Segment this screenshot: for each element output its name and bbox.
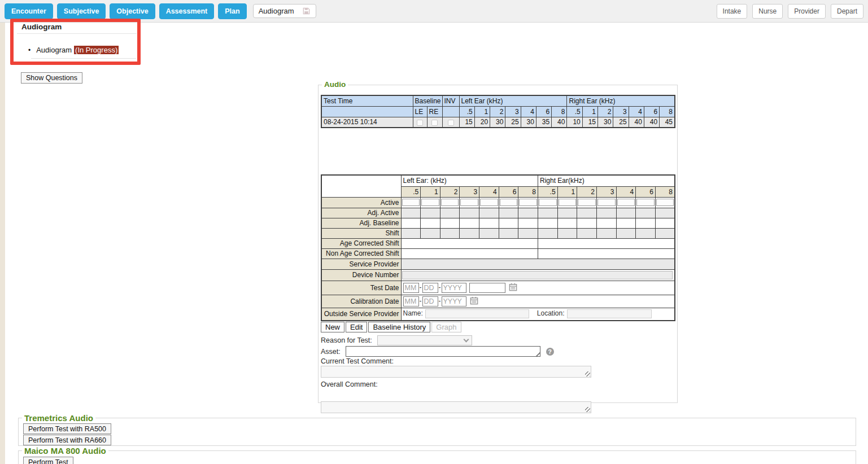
value-cell [616, 228, 636, 238]
value-cell [421, 208, 440, 218]
row-label: Test Date [321, 281, 401, 295]
active-cell [401, 197, 421, 208]
value-cell [499, 228, 518, 238]
new-button[interactable]: New [321, 322, 344, 332]
col-empty [321, 106, 413, 117]
show-questions-button[interactable]: Show Questions [21, 72, 82, 84]
test-date-mm-input[interactable] [403, 283, 419, 293]
calendar-icon[interactable] [509, 283, 517, 293]
nav-button-encounter[interactable]: Encounter [5, 3, 53, 19]
threshold-cell: 20 [474, 117, 490, 128]
value-cell [577, 208, 597, 218]
threshold-cell: 30 [521, 117, 536, 128]
role-button-intake[interactable]: Intake [717, 4, 748, 19]
role-button-provider[interactable]: Provider [788, 4, 826, 19]
active-threshold-input[interactable] [441, 199, 459, 206]
detail-row-adj-baseline: Adj. Baseline [321, 218, 675, 228]
perform-test-button[interactable]: Perform Test [23, 457, 73, 464]
role-button-nurse[interactable]: Nurse [752, 4, 783, 19]
date-separator: - [420, 297, 422, 305]
col-left-ear: Left Ear (kHz) [459, 95, 567, 106]
test-date-yyyy-input[interactable] [442, 283, 466, 293]
active-threshold-input[interactable] [539, 199, 557, 206]
active-threshold-input[interactable] [460, 199, 478, 206]
active-threshold-input[interactable] [578, 199, 596, 206]
value-cell [479, 208, 499, 218]
reason-for-test-select[interactable] [377, 335, 472, 345]
save-icon[interactable] [302, 7, 311, 15]
value-cell [518, 228, 538, 238]
active-threshold-input[interactable] [519, 199, 537, 206]
freq-header: 6 [644, 106, 659, 117]
active-threshold-input[interactable] [636, 199, 655, 206]
current-comment-textarea[interactable] [321, 366, 591, 378]
audio-results-table: Test TimeBaselineINVLeft Ear (kHz)Right … [321, 95, 675, 128]
asset-label: Asset: [321, 348, 341, 356]
value-cell [636, 228, 656, 238]
baseline-history-button[interactable]: Baseline History [368, 322, 430, 332]
full-value-cell [401, 259, 675, 269]
calibration-date-mm-input[interactable] [403, 296, 419, 307]
value-cell [518, 208, 538, 218]
tab-audiogram[interactable]: Audiogram [253, 4, 316, 18]
value-cell [557, 218, 577, 228]
value-cell [636, 208, 656, 218]
test-date-dd-input[interactable] [422, 283, 438, 293]
nav-button-plan[interactable]: Plan [218, 3, 246, 19]
outside-name-input[interactable] [425, 309, 529, 318]
baseline-re-checkbox[interactable] [431, 120, 438, 126]
role-button-depart[interactable]: Depart [831, 4, 863, 19]
active-threshold-input[interactable] [656, 199, 674, 206]
left-ear-value-cell [401, 238, 538, 248]
freq-header: 2 [440, 186, 460, 197]
edit-button[interactable]: Edit [346, 322, 367, 332]
nav-button-assessment[interactable]: Assessment [159, 3, 215, 19]
active-threshold-input[interactable] [402, 199, 420, 206]
right-ear-value-cell [538, 248, 675, 259]
active-threshold-input[interactable] [559, 199, 577, 206]
overall-comment-textarea[interactable] [321, 401, 591, 413]
active-cell [577, 197, 597, 208]
inv-checkbox[interactable] [448, 120, 454, 126]
value-cell [557, 208, 577, 218]
value-cell [577, 218, 597, 228]
active-cell [421, 197, 440, 208]
resize-handle-icon[interactable] [585, 407, 590, 412]
inv-cell [442, 117, 459, 128]
active-threshold-input[interactable] [421, 199, 439, 206]
freq-header: 8 [518, 186, 538, 197]
nav-button-subjective[interactable]: Subjective [57, 3, 106, 19]
status-badge: (In Progress) [74, 46, 119, 54]
audiogram-item-label[interactable]: Audiogram [36, 46, 72, 54]
overall-comment-label: Overall Comment: [321, 380, 378, 388]
outside-location-input[interactable] [567, 309, 652, 318]
perform-test-with-ra500-button[interactable]: Perform Test with RA500 [23, 423, 111, 434]
page-left-strip [0, 23, 5, 464]
asset-input[interactable] [346, 346, 540, 357]
test-date-time-input[interactable] [469, 283, 505, 293]
resize-handle-icon[interactable] [585, 371, 590, 377]
outside-name-label: Name: [403, 309, 423, 317]
active-threshold-input[interactable] [597, 199, 616, 206]
help-icon[interactable]: ? [546, 348, 554, 356]
calendar-icon[interactable] [470, 296, 478, 307]
row-label: Active [321, 197, 401, 208]
test-time-cell[interactable]: 08-24-2015 10:14 [321, 117, 413, 128]
freq-header: 6 [636, 186, 656, 197]
calibration-date-yyyy-input[interactable] [442, 296, 466, 307]
active-threshold-input[interactable] [617, 199, 635, 206]
calibration-date-dd-input[interactable] [422, 296, 438, 307]
active-threshold-input[interactable] [500, 199, 518, 206]
corner-cell [321, 175, 401, 197]
value-cell [518, 218, 538, 228]
audiogram-list-item[interactable]: •Audiogram(In Progress) [28, 46, 119, 54]
device-number-input[interactable] [402, 271, 673, 279]
nav-button-objective[interactable]: Objective [110, 3, 155, 19]
active-threshold-input[interactable] [480, 199, 498, 206]
baseline-le-checkbox[interactable] [417, 120, 423, 126]
tremetrics-buttons: Perform Test with RA500Perform Test with… [23, 423, 111, 446]
freq-header: 2 [577, 186, 597, 197]
value-cell [636, 218, 656, 228]
perform-test-with-ra660-button[interactable]: Perform Test with RA660 [23, 435, 111, 445]
threshold-cell: 45 [660, 117, 675, 128]
